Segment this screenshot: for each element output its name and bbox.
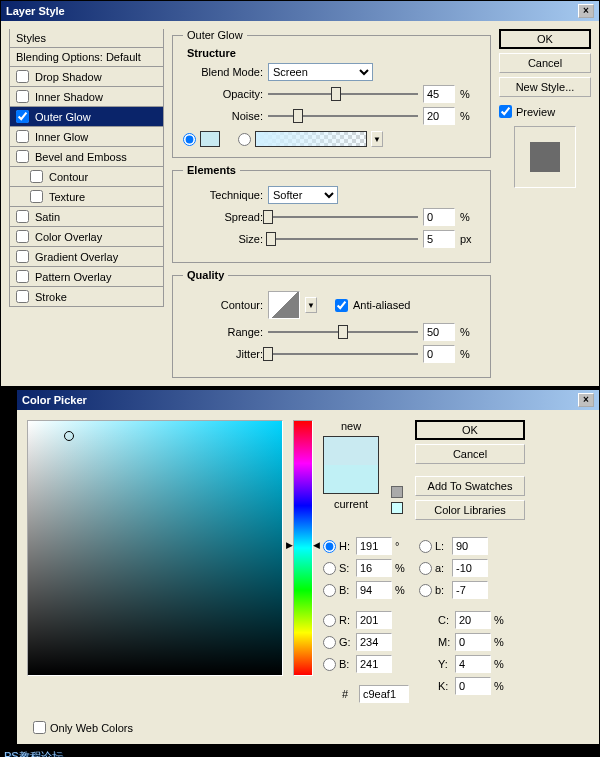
b-radio[interactable] — [323, 584, 336, 597]
style-item-gradient-overlay[interactable]: Gradient Overlay — [9, 247, 164, 267]
color-picker-buttons: OK Cancel Add To Swatches Color Librarie… — [415, 420, 525, 520]
g-input[interactable] — [356, 633, 392, 651]
style-checkbox[interactable] — [16, 290, 29, 303]
quality-legend: Quality — [183, 269, 228, 281]
a-radio[interactable] — [419, 562, 432, 575]
only-web-checkbox[interactable] — [33, 721, 46, 734]
style-checkbox[interactable] — [16, 270, 29, 283]
blend-mode-label: Blend Mode: — [183, 66, 263, 78]
bb-radio[interactable] — [323, 658, 336, 671]
a-input[interactable] — [452, 559, 488, 577]
style-item-texture[interactable]: Texture — [9, 187, 164, 207]
style-label: Drop Shadow — [35, 71, 102, 83]
style-checkbox[interactable] — [16, 110, 29, 123]
preview-checkbox[interactable] — [499, 105, 512, 118]
gradient-dropdown-icon[interactable]: ▼ — [371, 131, 383, 147]
layer-style-titlebar[interactable]: Layer Style × — [1, 1, 599, 21]
jitter-slider[interactable] — [268, 346, 418, 362]
b-input[interactable] — [356, 581, 392, 599]
style-item-satin[interactable]: Satin — [9, 207, 164, 227]
k-input[interactable] — [455, 677, 491, 695]
style-item-color-overlay[interactable]: Color Overlay — [9, 227, 164, 247]
range-input[interactable] — [423, 323, 455, 341]
style-checkbox[interactable] — [16, 90, 29, 103]
style-checkbox[interactable] — [16, 230, 29, 243]
color-picker-titlebar[interactable]: Color Picker × — [17, 390, 599, 410]
cube-icon[interactable] — [391, 486, 403, 498]
style-item-inner-shadow[interactable]: Inner Shadow — [9, 87, 164, 107]
jitter-input[interactable] — [423, 345, 455, 363]
blend-mode-select[interactable]: Screen — [268, 63, 373, 81]
style-label: Texture — [49, 191, 85, 203]
ok-button[interactable]: OK — [499, 29, 591, 49]
spread-input[interactable] — [423, 208, 455, 226]
lb-input[interactable] — [452, 581, 488, 599]
s-input[interactable] — [356, 559, 392, 577]
glow-color-swatch[interactable] — [200, 131, 220, 147]
technique-select[interactable]: Softer — [268, 186, 338, 204]
style-checkbox[interactable] — [16, 130, 29, 143]
style-item-stroke[interactable]: Stroke — [9, 287, 164, 307]
style-label: Pattern Overlay — [35, 271, 111, 283]
hue-slider[interactable]: ▶ ◀ — [293, 420, 313, 676]
websafe-swatch[interactable] — [391, 502, 403, 514]
style-checkbox[interactable] — [16, 210, 29, 223]
style-checkbox[interactable] — [16, 70, 29, 83]
style-checkbox[interactable] — [30, 170, 43, 183]
style-item-inner-glow[interactable]: Inner Glow — [9, 127, 164, 147]
style-checkbox[interactable] — [16, 250, 29, 263]
style-item-outer-glow[interactable]: Outer Glow — [9, 107, 164, 127]
style-item-bevel-and-emboss[interactable]: Bevel and Emboss — [9, 147, 164, 167]
g-radio[interactable] — [323, 636, 336, 649]
opacity-slider[interactable] — [268, 86, 418, 102]
cancel-button[interactable]: Cancel — [415, 444, 525, 464]
color-marker-icon[interactable] — [64, 431, 74, 441]
r-radio[interactable] — [323, 614, 336, 627]
close-icon[interactable]: × — [578, 4, 594, 18]
size-slider[interactable] — [268, 231, 418, 247]
y-input[interactable] — [455, 655, 491, 673]
style-item-contour[interactable]: Contour — [9, 167, 164, 187]
color-libraries-button[interactable]: Color Libraries — [415, 500, 525, 520]
color-field[interactable] — [27, 420, 283, 676]
size-input[interactable] — [423, 230, 455, 248]
s-radio[interactable] — [323, 562, 336, 575]
blending-options-row[interactable]: Blending Options: Default — [9, 48, 164, 67]
contour-dropdown-icon[interactable]: ▼ — [305, 297, 317, 313]
ok-button[interactable]: OK — [415, 420, 525, 440]
spread-slider[interactable] — [268, 209, 418, 225]
bb-input[interactable] — [356, 655, 392, 673]
range-slider[interactable] — [268, 324, 418, 340]
m-input[interactable] — [455, 633, 491, 651]
hsb-rgb-fields: H:° S:% B:% R: G: B: # — [323, 536, 409, 704]
noise-slider[interactable] — [268, 108, 418, 124]
color-picker-title: Color Picker — [22, 394, 87, 406]
outer-glow-panel: Outer Glow Structure Blend Mode: Screen … — [172, 29, 491, 378]
anti-aliased-checkbox[interactable] — [335, 299, 348, 312]
l-input[interactable] — [452, 537, 488, 555]
structure-group: Structure Blend Mode: Screen Opacity: % … — [183, 47, 480, 147]
glow-gradient[interactable] — [255, 131, 367, 147]
new-style-button[interactable]: New Style... — [499, 77, 591, 97]
style-item-pattern-overlay[interactable]: Pattern Overlay — [9, 267, 164, 287]
new-current-swatch[interactable] — [323, 436, 379, 494]
noise-input[interactable] — [423, 107, 455, 125]
h-radio[interactable] — [323, 540, 336, 553]
close-icon[interactable]: × — [578, 393, 594, 407]
style-item-drop-shadow[interactable]: Drop Shadow — [9, 67, 164, 87]
glow-gradient-radio[interactable] — [238, 133, 251, 146]
contour-picker[interactable] — [268, 291, 300, 319]
lb-radio[interactable] — [419, 584, 432, 597]
l-radio[interactable] — [419, 540, 432, 553]
opacity-input[interactable] — [423, 85, 455, 103]
glow-color-radio[interactable] — [183, 133, 196, 146]
add-swatches-button[interactable]: Add To Swatches — [415, 476, 525, 496]
r-input[interactable] — [356, 611, 392, 629]
hex-input[interactable] — [359, 685, 409, 703]
styles-header[interactable]: Styles — [9, 29, 164, 48]
style-checkbox[interactable] — [30, 190, 43, 203]
h-input[interactable] — [356, 537, 392, 555]
c-input[interactable] — [455, 611, 491, 629]
style-checkbox[interactable] — [16, 150, 29, 163]
cancel-button[interactable]: Cancel — [499, 53, 591, 73]
